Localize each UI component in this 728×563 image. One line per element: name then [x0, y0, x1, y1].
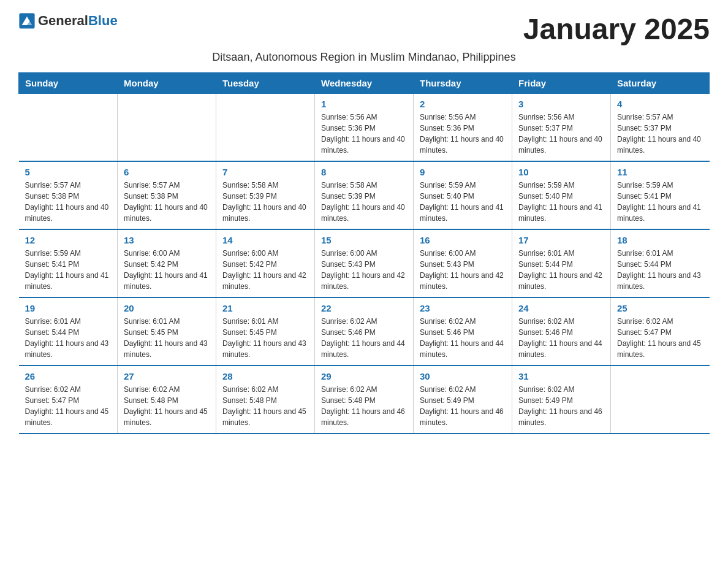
day-number: 18: [617, 235, 703, 245]
day-number: 12: [25, 235, 112, 245]
calendar-cell: 26Sunrise: 6:02 AM Sunset: 5:47 PM Dayli…: [19, 366, 118, 434]
day-info: Sunrise: 5:59 AM Sunset: 5:41 PM Dayligh…: [25, 248, 112, 292]
day-number: 22: [321, 303, 407, 313]
calendar-week-row: 5Sunrise: 5:57 AM Sunset: 5:38 PM Daylig…: [19, 161, 710, 229]
weekday-header-friday: Friday: [512, 73, 611, 94]
calendar-cell: 29Sunrise: 6:02 AM Sunset: 5:48 PM Dayli…: [315, 366, 414, 434]
subtitle: Ditsaan, Autonomous Region in Muslim Min…: [18, 51, 710, 64]
day-number: 19: [25, 303, 112, 313]
calendar-cell: 1Sunrise: 5:56 AM Sunset: 5:36 PM Daylig…: [315, 94, 414, 162]
calendar-cell: 13Sunrise: 6:00 AM Sunset: 5:42 PM Dayli…: [118, 229, 216, 297]
day-number: 28: [222, 371, 308, 381]
calendar-cell: 7Sunrise: 5:58 AM Sunset: 5:39 PM Daylig…: [216, 161, 315, 229]
day-number: 29: [321, 371, 407, 381]
logo-blue-text: Blue: [88, 13, 118, 28]
day-number: 7: [222, 167, 308, 177]
day-info: Sunrise: 6:02 AM Sunset: 5:46 PM Dayligh…: [321, 316, 407, 360]
calendar-cell: 21Sunrise: 6:01 AM Sunset: 5:45 PM Dayli…: [216, 297, 315, 366]
day-number: 9: [420, 167, 506, 177]
calendar-cell: 16Sunrise: 6:00 AM Sunset: 5:43 PM Dayli…: [414, 229, 512, 297]
page-title: January 2025: [523, 12, 710, 46]
calendar-week-row: 12Sunrise: 5:59 AM Sunset: 5:41 PM Dayli…: [19, 229, 710, 297]
day-info: Sunrise: 6:01 AM Sunset: 5:45 PM Dayligh…: [222, 316, 308, 360]
day-info: Sunrise: 6:01 AM Sunset: 5:44 PM Dayligh…: [518, 248, 604, 292]
day-number: 6: [124, 167, 210, 177]
calendar-cell: 9Sunrise: 5:59 AM Sunset: 5:40 PM Daylig…: [414, 161, 512, 229]
day-info: Sunrise: 6:00 AM Sunset: 5:43 PM Dayligh…: [321, 248, 407, 292]
calendar-week-row: 19Sunrise: 6:01 AM Sunset: 5:44 PM Dayli…: [19, 297, 710, 366]
day-info: Sunrise: 5:56 AM Sunset: 5:36 PM Dayligh…: [420, 112, 506, 156]
calendar-cell: 5Sunrise: 5:57 AM Sunset: 5:38 PM Daylig…: [19, 161, 118, 229]
calendar-cell: [611, 366, 710, 434]
calendar-cell: 18Sunrise: 6:01 AM Sunset: 5:44 PM Dayli…: [611, 229, 710, 297]
day-info: Sunrise: 6:00 AM Sunset: 5:43 PM Dayligh…: [420, 248, 506, 292]
calendar-cell: 17Sunrise: 6:01 AM Sunset: 5:44 PM Dayli…: [512, 229, 611, 297]
day-number: 14: [222, 235, 308, 245]
day-info: Sunrise: 6:01 AM Sunset: 5:45 PM Dayligh…: [124, 316, 210, 360]
calendar-cell: [19, 94, 118, 162]
day-info: Sunrise: 6:02 AM Sunset: 5:46 PM Dayligh…: [420, 316, 506, 360]
calendar-cell: 14Sunrise: 6:00 AM Sunset: 5:42 PM Dayli…: [216, 229, 315, 297]
weekday-header-wednesday: Wednesday: [315, 73, 414, 94]
weekday-header-tuesday: Tuesday: [216, 73, 315, 94]
day-number: 11: [617, 167, 703, 177]
calendar-cell: 31Sunrise: 6:02 AM Sunset: 5:49 PM Dayli…: [512, 366, 611, 434]
day-info: Sunrise: 6:02 AM Sunset: 5:48 PM Dayligh…: [222, 384, 308, 428]
calendar-cell: 10Sunrise: 5:59 AM Sunset: 5:40 PM Dayli…: [512, 161, 611, 229]
day-number: 8: [321, 167, 407, 177]
calendar-week-row: 1Sunrise: 5:56 AM Sunset: 5:36 PM Daylig…: [19, 94, 710, 162]
day-info: Sunrise: 5:58 AM Sunset: 5:39 PM Dayligh…: [222, 180, 308, 224]
calendar-cell: 15Sunrise: 6:00 AM Sunset: 5:43 PM Dayli…: [315, 229, 414, 297]
day-number: 10: [518, 167, 604, 177]
calendar-cell: 27Sunrise: 6:02 AM Sunset: 5:48 PM Dayli…: [118, 366, 216, 434]
weekday-header-thursday: Thursday: [414, 73, 512, 94]
day-info: Sunrise: 5:59 AM Sunset: 5:41 PM Dayligh…: [617, 180, 703, 224]
calendar-cell: [216, 94, 315, 162]
day-info: Sunrise: 6:02 AM Sunset: 5:47 PM Dayligh…: [617, 316, 703, 360]
day-number: 30: [420, 371, 506, 381]
day-info: Sunrise: 6:02 AM Sunset: 5:48 PM Dayligh…: [124, 384, 210, 428]
day-number: 4: [617, 99, 703, 109]
day-number: 3: [518, 99, 604, 109]
day-number: 21: [222, 303, 308, 313]
day-info: Sunrise: 5:59 AM Sunset: 5:40 PM Dayligh…: [420, 180, 506, 224]
calendar-cell: 6Sunrise: 5:57 AM Sunset: 5:38 PM Daylig…: [118, 161, 216, 229]
calendar-cell: [118, 94, 216, 162]
day-info: Sunrise: 6:02 AM Sunset: 5:48 PM Dayligh…: [321, 384, 407, 428]
calendar-cell: 11Sunrise: 5:59 AM Sunset: 5:41 PM Dayli…: [611, 161, 710, 229]
day-number: 25: [617, 303, 703, 313]
day-number: 20: [124, 303, 210, 313]
calendar-cell: 22Sunrise: 6:02 AM Sunset: 5:46 PM Dayli…: [315, 297, 414, 366]
day-number: 16: [420, 235, 506, 245]
calendar-cell: 12Sunrise: 5:59 AM Sunset: 5:41 PM Dayli…: [19, 229, 118, 297]
calendar-table: SundayMondayTuesdayWednesdayThursdayFrid…: [18, 72, 710, 434]
day-number: 15: [321, 235, 407, 245]
day-info: Sunrise: 6:01 AM Sunset: 5:44 PM Dayligh…: [25, 316, 112, 360]
calendar-cell: 4Sunrise: 5:57 AM Sunset: 5:37 PM Daylig…: [611, 94, 710, 162]
day-info: Sunrise: 6:01 AM Sunset: 5:44 PM Dayligh…: [617, 248, 703, 292]
calendar-cell: 2Sunrise: 5:56 AM Sunset: 5:36 PM Daylig…: [414, 94, 512, 162]
calendar-cell: 28Sunrise: 6:02 AM Sunset: 5:48 PM Dayli…: [216, 366, 315, 434]
calendar-cell: 30Sunrise: 6:02 AM Sunset: 5:49 PM Dayli…: [414, 366, 512, 434]
day-info: Sunrise: 6:00 AM Sunset: 5:42 PM Dayligh…: [222, 248, 308, 292]
day-number: 1: [321, 99, 407, 109]
calendar-cell: 20Sunrise: 6:01 AM Sunset: 5:45 PM Dayli…: [118, 297, 216, 366]
day-number: 31: [518, 371, 604, 381]
day-info: Sunrise: 6:02 AM Sunset: 5:47 PM Dayligh…: [25, 384, 112, 428]
day-number: 27: [124, 371, 210, 381]
day-info: Sunrise: 5:56 AM Sunset: 5:37 PM Dayligh…: [518, 112, 604, 156]
weekday-header-sunday: Sunday: [19, 73, 118, 94]
day-info: Sunrise: 5:57 AM Sunset: 5:37 PM Dayligh…: [617, 112, 703, 156]
logo-general-text: General: [38, 13, 88, 28]
day-number: 24: [518, 303, 604, 313]
day-number: 5: [25, 167, 112, 177]
calendar-cell: 8Sunrise: 5:58 AM Sunset: 5:39 PM Daylig…: [315, 161, 414, 229]
weekday-header-saturday: Saturday: [611, 73, 710, 94]
day-number: 23: [420, 303, 506, 313]
day-number: 2: [420, 99, 506, 109]
calendar-cell: 3Sunrise: 5:56 AM Sunset: 5:37 PM Daylig…: [512, 94, 611, 162]
weekday-header-monday: Monday: [118, 73, 216, 94]
calendar-cell: 25Sunrise: 6:02 AM Sunset: 5:47 PM Dayli…: [611, 297, 710, 366]
logo-icon: [18, 12, 36, 29]
calendar-cell: 24Sunrise: 6:02 AM Sunset: 5:46 PM Dayli…: [512, 297, 611, 366]
